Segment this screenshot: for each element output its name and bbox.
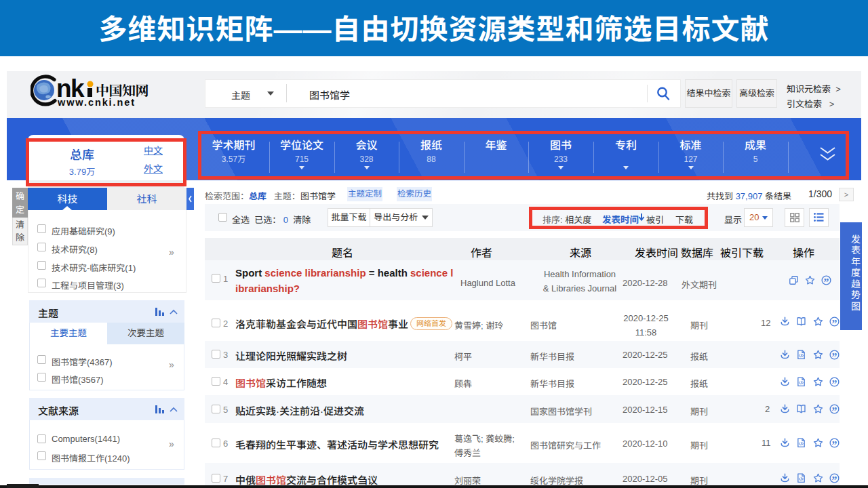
svg-text:”: ” — [832, 378, 837, 387]
svg-text:”: ” — [832, 474, 837, 483]
svg-text:”: ” — [832, 439, 837, 448]
svg-text:”: ” — [832, 318, 837, 327]
svg-text:”: ” — [824, 277, 829, 285]
svg-text:www.cnki.net: www.cnki.net — [57, 97, 136, 108]
svg-text:”: ” — [832, 351, 837, 360]
svg-text:”: ” — [832, 405, 837, 414]
